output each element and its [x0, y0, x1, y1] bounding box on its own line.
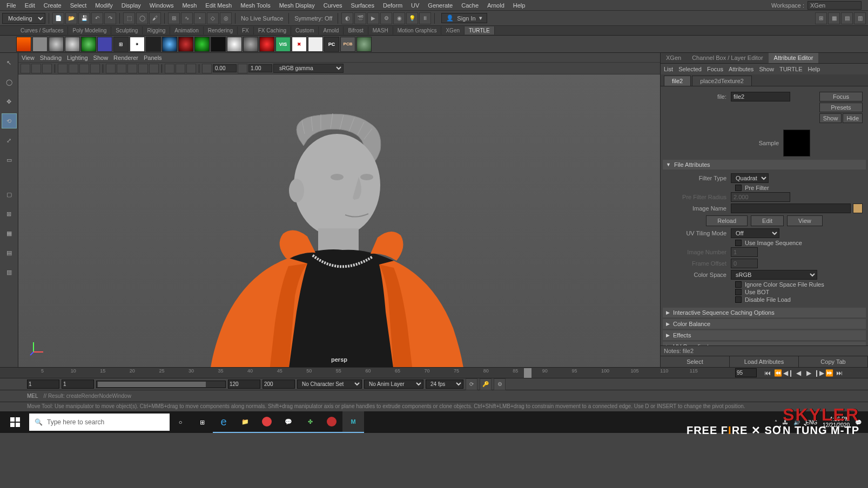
ae-focus-button[interactable]: Focus — [819, 92, 863, 101]
ae-presets-button[interactable]: Presets — [819, 103, 863, 112]
undo-icon[interactable]: ↶ — [91, 12, 103, 24]
hypershade-icon[interactable]: ◉ — [393, 12, 405, 24]
shelf-tab-curves[interactable]: Curves / Surfaces — [16, 26, 68, 35]
shelf-tab-turtle[interactable]: TURTLE — [465, 26, 495, 35]
tray-lang-icon[interactable]: ENG — [805, 419, 817, 425]
vp-shaded-icon[interactable] — [117, 64, 126, 73]
move-tool[interactable]: ✥ — [2, 94, 17, 109]
shelf-tab-fxcache[interactable]: FX Caching — [254, 26, 291, 35]
layout-four-icon[interactable]: ⊞ — [2, 206, 17, 221]
range-start-outer[interactable] — [27, 379, 59, 389]
shelf-tab-animation[interactable]: Animation — [170, 26, 203, 35]
shelf-icon-22[interactable] — [356, 37, 372, 52]
shelf-icon-10[interactable] — [162, 37, 177, 52]
shelf-icon-17[interactable]: VIS — [275, 37, 291, 52]
menu-uv[interactable]: UV — [407, 1, 423, 10]
scale-tool[interactable]: ⤢ — [2, 133, 17, 148]
ae-menu-help[interactable]: Help — [808, 66, 820, 72]
use-bot-checkbox[interactable] — [735, 289, 742, 295]
ae-menu-turtle[interactable]: TURTLE — [779, 66, 803, 72]
light-editor-icon[interactable]: 💡 — [406, 12, 418, 24]
lasso-tool[interactable]: ◯ — [2, 74, 17, 90]
lasso-icon[interactable]: ◯ — [136, 12, 148, 24]
ae-file-name-field[interactable] — [731, 92, 790, 101]
range-end-inner[interactable] — [228, 379, 260, 389]
taskbar-edge[interactable]: е — [213, 411, 234, 433]
shelf-icon-2[interactable] — [32, 37, 48, 52]
shelf-icon-11[interactable] — [178, 37, 193, 52]
view-button[interactable]: View — [787, 215, 823, 226]
node-tab-place2d[interactable]: place2dTexture2 — [692, 76, 752, 86]
vp-menu-view[interactable]: View — [22, 55, 35, 61]
section-color-balance[interactable]: ▶Color Balance — [663, 319, 866, 329]
ae-menu-list[interactable]: List — [664, 66, 673, 72]
shelf-icon-20[interactable]: PC — [324, 37, 339, 52]
symmetry-label[interactable]: Symmetry: Off — [292, 15, 334, 22]
tray-volume-icon[interactable]: 🔊 — [793, 419, 800, 425]
loop-icon[interactable]: ⟳ — [466, 378, 477, 390]
viewport-3d[interactable]: persp — [18, 74, 660, 367]
select-tool[interactable]: ↖ — [2, 55, 17, 70]
prefs-icon[interactable]: ⚙ — [494, 378, 506, 390]
shelf-icon-13[interactable] — [211, 37, 226, 52]
menu-help[interactable]: Help — [509, 1, 530, 10]
menu-deform[interactable]: Deform — [379, 1, 407, 10]
start-button[interactable] — [2, 411, 28, 433]
goto-start-icon[interactable]: ⏮ — [763, 369, 772, 377]
color-space-dropdown[interactable]: sRGB — [731, 270, 817, 280]
menu-meshtools[interactable]: Mesh Tools — [236, 1, 274, 10]
vp-resolution-gate-icon[interactable] — [79, 64, 89, 73]
vp-menu-lighting[interactable]: Lighting — [67, 55, 88, 61]
reload-button[interactable]: Reload — [706, 215, 748, 226]
section-file-attributes[interactable]: ▼ File Attributes — [663, 160, 866, 170]
script-lang-label[interactable]: MEL — [27, 393, 38, 399]
menu-meshdisplay[interactable]: Mesh Display — [275, 1, 319, 10]
shelf-tab-mograph[interactable]: Motion Graphics — [393, 26, 442, 35]
ae-menu-show[interactable]: Show — [759, 66, 774, 72]
vp-menu-renderer[interactable]: Renderer — [113, 55, 138, 61]
vp-isolate-icon[interactable] — [165, 64, 174, 73]
range-start-inner[interactable] — [62, 379, 94, 389]
disable-file-load-checkbox[interactable] — [735, 296, 742, 303]
shelf-tab-xgen[interactable]: XGen — [441, 26, 465, 35]
task-view-icon[interactable]: ⊞ — [191, 411, 213, 433]
ae-menu-focus[interactable]: Focus — [707, 66, 723, 72]
filter-type-dropdown[interactable]: Quadratic — [731, 173, 769, 183]
shelf-icon-14[interactable] — [227, 37, 242, 52]
shelf-icon-18[interactable]: ✖ — [292, 37, 307, 52]
open-scene-icon[interactable]: 📂 — [65, 12, 77, 24]
use-image-seq-checkbox[interactable] — [735, 240, 742, 246]
menu-curves[interactable]: Curves — [319, 1, 347, 10]
ae-load-attr-button[interactable]: Load Attributes — [730, 356, 799, 367]
vp-film-gate-icon[interactable] — [69, 64, 78, 73]
vp-textured-icon[interactable] — [127, 64, 137, 73]
render-icon[interactable]: 🎬 — [354, 12, 366, 24]
snap-grid-icon[interactable]: ⊞ — [168, 12, 180, 24]
step-back-icon[interactable]: ◀❙ — [784, 369, 792, 377]
shelf-icon-4[interactable] — [65, 37, 80, 52]
taskbar-search[interactable]: 🔍 Type here to search — [29, 414, 170, 431]
menu-mesh[interactable]: Mesh — [178, 1, 201, 10]
current-frame-field[interactable] — [735, 368, 757, 377]
image-name-field[interactable] — [731, 204, 851, 213]
ipr-icon[interactable]: ▶ — [367, 12, 379, 24]
menu-file[interactable]: File — [2, 1, 21, 10]
workspace-selector[interactable]: Workspace : XGen — [771, 1, 866, 10]
new-scene-icon[interactable]: 📄 — [52, 12, 64, 24]
shelf-icon-5[interactable] — [81, 37, 96, 52]
menu-generate[interactable]: Generate — [423, 1, 457, 10]
menu-surfaces[interactable]: Surfaces — [347, 1, 379, 10]
right-tab-ae[interactable]: Attribute Editor — [769, 53, 819, 63]
menu-arnold[interactable]: Arnold — [483, 1, 509, 10]
last-tool[interactable]: ▭ — [2, 152, 17, 167]
vp-colorspace-dropdown[interactable]: sRGB gamma — [273, 64, 344, 73]
play-back-icon[interactable]: ◀ — [794, 369, 803, 377]
shelf-tab-bifrost[interactable]: Bifrost — [344, 26, 368, 35]
paint-select-icon[interactable]: 🖌 — [149, 12, 161, 24]
shelf-tab-rendering[interactable]: Rendering — [204, 26, 238, 35]
signin-button[interactable]: 👤 Sign In ▾ — [441, 13, 487, 23]
menu-edit[interactable]: Edit — [21, 1, 39, 10]
menu-create[interactable]: Create — [39, 1, 66, 10]
menu-select[interactable]: Select — [66, 1, 91, 10]
live-surface-label[interactable]: No Live Surface — [239, 15, 285, 22]
